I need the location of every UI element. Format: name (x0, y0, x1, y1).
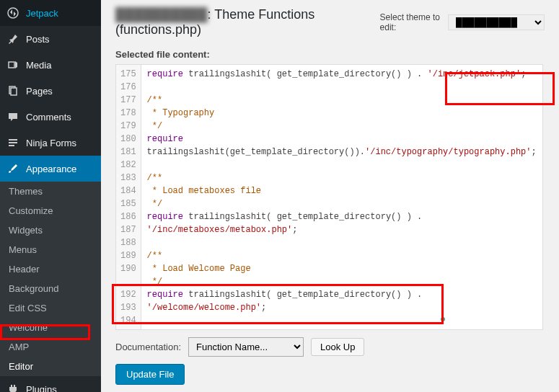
svg-rect-4 (9, 139, 17, 141)
submenu-background[interactable]: Background (0, 279, 101, 298)
media-icon (6, 58, 20, 72)
theme-select-label: Select theme to edit: (380, 12, 444, 32)
submenu-widgets[interactable]: Widgets (0, 220, 101, 240)
brush-icon (6, 161, 20, 176)
comment-icon (6, 110, 20, 124)
submenu-header[interactable]: Header (0, 259, 101, 279)
page-icon (6, 84, 20, 98)
main-content: ██████████: Theme Functions (functions.p… (101, 0, 559, 392)
forms-icon (6, 135, 20, 150)
plugin-icon (6, 382, 20, 392)
svg-rect-3 (11, 88, 17, 95)
submenu-amp[interactable]: AMP (0, 337, 101, 357)
menu-media[interactable]: Media (0, 52, 101, 78)
menu-posts[interactable]: Posts (0, 26, 101, 52)
svg-rect-6 (9, 145, 14, 146)
doc-label: Documentation: (115, 342, 181, 352)
selected-file-label: Selected file content: (115, 45, 543, 64)
jetpack-icon (6, 6, 20, 20)
code-content[interactable]: require trailingslashit( get_template_di… (141, 65, 542, 329)
menu-pages[interactable]: Pages (0, 78, 101, 104)
svg-point-0 (8, 8, 18, 18)
code-editor[interactable]: 1751761771781791801811821831841851861871… (115, 64, 543, 330)
gutter-indicator-icon (441, 317, 445, 321)
theme-select-group: Select theme to edit: ██████████ (380, 12, 545, 32)
page-header: ██████████: Theme Functions (functions.p… (115, 0, 545, 45)
submenu-editor[interactable]: Editor (0, 357, 101, 376)
doc-function-select[interactable]: Function Name... (188, 337, 304, 357)
submenu-welcome[interactable]: Welcome (0, 318, 101, 337)
svg-rect-5 (9, 142, 17, 143)
svg-rect-1 (9, 62, 14, 68)
page-title: ██████████: Theme Functions (functions.p… (115, 7, 380, 37)
theme-select[interactable]: ██████████ (448, 14, 545, 30)
submenu-themes[interactable]: Themes (0, 182, 101, 201)
menu-appearance[interactable]: Appearance (0, 156, 101, 182)
submenu-edit-css[interactable]: Edit CSS (0, 298, 101, 318)
update-file-button[interactable]: Update File (115, 364, 185, 385)
pin-icon (6, 32, 20, 46)
documentation-bar: Documentation: Function Name... Look Up (115, 330, 543, 364)
line-numbers: 1751761771781791801811821831841851861871… (116, 65, 141, 329)
submenu-menus[interactable]: Menus (0, 240, 101, 259)
appearance-submenu: Themes Customize Widgets Menus Header Ba… (0, 182, 101, 376)
menu-plugins[interactable]: Plugins (0, 376, 101, 392)
admin-sidebar: Jetpack Posts Media Pages Comments Ninja… (0, 0, 101, 392)
menu-jetpack[interactable]: Jetpack (0, 0, 101, 26)
lookup-button[interactable]: Look Up (311, 338, 364, 356)
menu-ninja-forms[interactable]: Ninja Forms (0, 130, 101, 156)
menu-comments[interactable]: Comments (0, 104, 101, 130)
submenu-customize[interactable]: Customize (0, 201, 101, 220)
